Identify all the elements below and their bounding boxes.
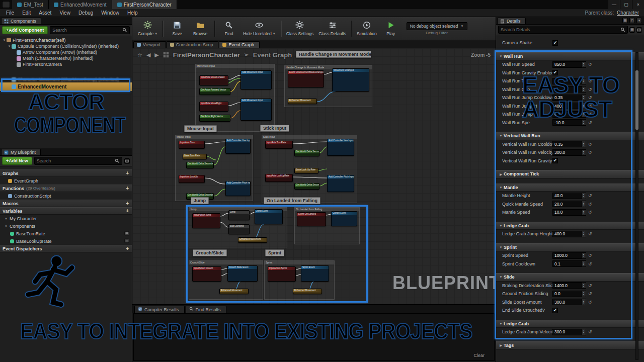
details-scrollbar-thumb[interactable]: [635, 70, 638, 130]
graph-node-jump-event[interactable]: Jump Event: [255, 209, 283, 224]
graph-node-enhanced-movement[interactable]: Enhanced Movement: [293, 289, 322, 294]
revert-icon[interactable]: ↺: [588, 78, 592, 83]
graph-node-inputaction-jump[interactable]: InputAction Jump: [192, 213, 220, 228]
graph-node-add-controller-yaw-input[interactable]: Add Controller Yaw Input: [225, 139, 251, 154]
plus-icon[interactable]: +: [126, 208, 129, 214]
value-spinner[interactable]: ▲▼: [582, 291, 586, 297]
tab-construction-scrip[interactable]: Construction Scrip: [167, 41, 219, 48]
graph-node-event-on-landed[interactable]: Event On Landed: [297, 212, 326, 226]
graph-node-crouch-slide-event[interactable]: Crouch Slide Event: [227, 265, 258, 282]
components-search-input[interactable]: [52, 28, 121, 33]
grid-view-icon[interactable]: ▦: [622, 18, 628, 23]
menu-item-edit[interactable]: Edit: [18, 10, 35, 16]
component-row-mesh-charactermesh0-inherited[interactable]: Mesh (CharacterMesh0) (Inherited): [0, 55, 132, 61]
compile-button[interactable]: Compile▼: [135, 18, 160, 39]
value-input[interactable]: 850.0: [552, 61, 582, 68]
chevron-right-icon[interactable]: ▶: [498, 172, 504, 176]
graph-node-get-world-delta-seconds[interactable]: Get World Delta Seconds: [186, 162, 214, 168]
value-spinner[interactable]: ▲▼: [582, 193, 586, 199]
value-spinner[interactable]: ▲▼: [582, 119, 586, 126]
close-button[interactable]: ×: [632, 0, 644, 9]
add-component-button[interactable]: +Add Component: [2, 26, 48, 34]
chevron-down-icon[interactable]: ▼: [498, 246, 504, 249]
variable-options-icon[interactable]: [124, 238, 129, 244]
graph-node-base-turn-rate[interactable]: Base Turn Rate: [183, 154, 207, 159]
graph-node-base-look-up-rate[interactable]: Base Look Up Rate: [294, 168, 318, 173]
breadcrumb-blueprint[interactable]: FirstPersonCharacter: [173, 51, 240, 59]
minimize-button[interactable]: —: [608, 0, 620, 9]
revert-icon[interactable]: ↺: [588, 150, 592, 155]
revert-icon[interactable]: ↺: [588, 120, 592, 125]
tab-details[interactable]: Details: [497, 18, 526, 24]
maximize-button[interactable]: ▢: [620, 0, 632, 9]
chevron-down-icon[interactable]: ▼: [498, 186, 504, 189]
forward-arrow-icon[interactable]: ▶: [154, 52, 158, 58]
value-input[interactable]: 300.0: [552, 329, 582, 335]
comment-chip-mouse-input[interactable]: Mouse Input: [184, 125, 217, 132]
spinner-down-icon[interactable]: ▼: [583, 196, 585, 198]
lock-icon[interactable]: ⊓: [629, 18, 635, 23]
value-input[interactable]: 300.0: [552, 299, 582, 305]
value-input[interactable]: 0.1: [552, 260, 582, 267]
value-input[interactable]: 10.0: [552, 209, 582, 216]
graph-node-inputaction-sprint[interactable]: InputAction Sprint: [268, 266, 296, 282]
menu-item-debug[interactable]: Debug: [74, 10, 97, 16]
graph-node-add-controller-pitch-input[interactable]: Add Controller Pitch Input: [225, 181, 251, 196]
value-spinner[interactable]: ▲▼: [582, 231, 586, 237]
back-arrow-icon[interactable]: ◀: [146, 52, 150, 58]
component-row-firstpersoncharacter-self[interactable]: ▼FirstPersonCharacter(self): [0, 37, 132, 43]
tab-event-graph[interactable]: Event Graph: [219, 41, 260, 48]
graph-node-add-movement-input[interactable]: Add Movement Input: [240, 99, 272, 121]
class-defaults-button[interactable]: Class Defaults: [316, 18, 349, 39]
value-input[interactable]: [552, 86, 582, 93]
chevron-down-icon[interactable]: ▼: [2, 39, 7, 42]
details-category-tags[interactable]: ▶Tags: [496, 341, 644, 350]
checkbox[interactable]: ✔: [552, 70, 558, 75]
value-spinner[interactable]: ▲▼: [582, 95, 586, 101]
graph-node-inputaction-crouch[interactable]: InputAction Crouch: [192, 266, 221, 282]
revert-icon[interactable]: ↺: [588, 193, 592, 198]
chevron-down-icon[interactable]: ▼: [498, 55, 504, 58]
revert-icon[interactable]: ↺: [588, 112, 592, 117]
details-search-input[interactable]: [501, 27, 619, 32]
my-blueprint-section-macros[interactable]: Macros+: [0, 200, 132, 207]
value-spinner[interactable]: ▲▼: [582, 282, 586, 289]
clear-button[interactable]: Clear: [473, 353, 485, 358]
comment-chip-jump[interactable]: Jump: [191, 197, 209, 204]
details-category-vertical-wall-run[interactable]: ▼Vertical Wall Run: [496, 132, 644, 140]
comment-chip-crouch-slide[interactable]: Crouch/Slide: [193, 249, 227, 256]
graph-node-stop-jumping[interactable]: Stop Jumping: [228, 224, 250, 234]
tab-find-results[interactable]: Find Results: [186, 306, 226, 313]
graph-node-add-controller-yaw-input[interactable]: Add Controller Yaw Input: [327, 139, 354, 156]
spinner-down-icon[interactable]: ▼: [583, 114, 585, 116]
details-category-component-tick[interactable]: ▶Component Tick: [496, 170, 644, 178]
parent-class-link[interactable]: Character: [617, 10, 639, 16]
browse-button[interactable]: Browse: [189, 18, 212, 39]
value-input[interactable]: 0.35: [552, 95, 582, 101]
component-row-enhancedmovement[interactable]: EnhancedMovement: [0, 82, 132, 91]
details-category-sprint[interactable]: ▼Sprint: [496, 243, 644, 252]
spinner-down-icon[interactable]: ▼: [583, 89, 585, 92]
play-button[interactable]: Play: [379, 18, 403, 39]
my-blueprint-search-input[interactable]: [37, 158, 113, 163]
revert-icon[interactable]: ↺: [588, 142, 592, 147]
doc-tab-em-test[interactable]: EM_Test: [12, 0, 49, 9]
graph-node-get-actor-right-vector[interactable]: Get Actor Right Vector: [199, 115, 230, 122]
value-spinner[interactable]: ▲▼: [582, 149, 586, 156]
checkbox[interactable]: ✔: [552, 308, 558, 313]
hide-unrelated-button[interactable]: Hide Unrelated▼: [240, 18, 278, 39]
component-row-capsule-component-collisioncylinder-inherited[interactable]: ▼Capsule Component (CollisionCylinder) (…: [0, 43, 132, 49]
plus-icon[interactable]: +: [126, 201, 129, 206]
revert-icon[interactable]: ↺: [588, 300, 592, 305]
menu-item-file[interactable]: File: [2, 10, 18, 16]
value-input[interactable]: [552, 78, 582, 84]
my-blueprint-section-functions[interactable]: Functions(29 Overridable)+: [0, 185, 132, 192]
eye-filter-icon[interactable]: [124, 158, 130, 164]
details-category-slide[interactable]: ▼Slide: [496, 273, 644, 282]
spinner-down-icon[interactable]: ▼: [583, 286, 585, 288]
graph-node-inputaxis-lookup[interactable]: InputAxis LookUp: [179, 175, 205, 183]
spinner-down-icon[interactable]: ▼: [583, 106, 585, 108]
revert-icon[interactable]: ↺: [588, 62, 592, 67]
my-blueprint-item-constructionscript[interactable]: ConstructionScript: [0, 192, 132, 200]
graph-node-sprint-event[interactable]: Sprint Event: [301, 265, 329, 282]
